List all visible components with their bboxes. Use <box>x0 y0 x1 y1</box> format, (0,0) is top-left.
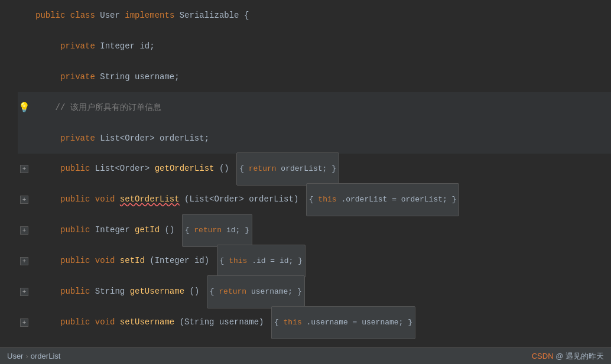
expand-box-9[interactable]: + <box>20 257 28 265</box>
token-class: class <box>70 11 95 20</box>
token-brace8: { <box>185 226 194 235</box>
token-list-order: List<Order> <box>95 164 155 173</box>
token-public8: public <box>60 225 90 235</box>
code-line-1: public class User implements Serializabl… <box>0 0 611 31</box>
collapsed-body-7: { this .orderList = orderList; } <box>306 183 460 216</box>
line-expand-9[interactable]: + <box>18 256 31 266</box>
token-integer-id: Integer id; <box>100 41 154 51</box>
token-brace11: { <box>274 318 284 327</box>
line-content-8: public Integer getId () { return id; } <box>31 214 611 247</box>
line-content-5: private List<Order> orderList; <box>31 123 611 154</box>
line-content-12: @Override <box>31 338 611 347</box>
breadcrumb: User › orderList <box>7 352 60 360</box>
token-this7: this <box>318 195 336 204</box>
token-getid: getId <box>135 225 160 235</box>
token-indent8 <box>35 225 56 235</box>
token-parens10: () <box>189 287 199 296</box>
line-expand-6[interactable]: + <box>18 164 31 174</box>
line-expand-4: 💡 <box>18 103 31 112</box>
token-public: public <box>35 11 65 20</box>
line-gutter-7 <box>0 184 18 215</box>
token-id8: id; } <box>226 226 249 235</box>
token-brace7: { <box>309 195 318 204</box>
collapsed-body-6: { return orderList; } <box>236 152 339 186</box>
code-line-5: private List<Order> orderList; <box>0 123 611 154</box>
token-orderlist6: orderList; } <box>281 164 336 173</box>
line-content-4: // 该用户所具有的订单信息 <box>31 92 611 123</box>
token-username10: username; } <box>251 287 302 296</box>
token-public9: public <box>60 256 90 265</box>
line-gutter-10 <box>0 277 18 307</box>
token-this11: this <box>284 318 302 327</box>
line-gutter-2 <box>0 31 18 61</box>
token-brace-open6: { <box>239 164 249 173</box>
line-gutter-1 <box>0 0 18 31</box>
expand-box-7[interactable]: + <box>20 196 28 204</box>
token-params9: (Integer id) <box>150 256 209 265</box>
line-content-3: private String username; <box>31 61 611 92</box>
code-area: public class User implements Serializabl… <box>0 0 611 347</box>
token-indent2 <box>35 72 56 82</box>
token-getusername: getUsername <box>130 287 184 296</box>
line-expand-5 <box>18 134 31 143</box>
code-line-7: + public void setOrderList (List<Order> … <box>0 184 611 215</box>
expand-box-10[interactable]: + <box>20 288 28 296</box>
token-string10: String <box>95 287 130 296</box>
line-gutter-6 <box>0 154 18 184</box>
code-line-10: + public String getUsername () { return … <box>0 277 611 307</box>
line-content-9: public void setId (Integer id) { this .i… <box>31 245 611 278</box>
token-indent9 <box>35 256 56 265</box>
token-setusername: setUsername <box>120 317 174 327</box>
token-indent7 <box>35 194 56 204</box>
code-line-11: + public void setUsername (String userna… <box>0 307 611 338</box>
token-serializable: Serializable { <box>180 11 249 20</box>
token-comment: // 该用户所具有的订单信息 <box>35 103 161 112</box>
token-getorderlist: getOrderList <box>155 164 214 173</box>
token-params7: (List<Order> orderList) <box>184 194 298 204</box>
token-implements: implements <box>125 11 174 20</box>
line-gutter-4 <box>0 92 18 123</box>
token-return6: return <box>249 164 277 173</box>
line-gutter-12 <box>0 338 18 347</box>
collapsed-body-8: { return id; } <box>182 214 252 247</box>
token-indent11 <box>35 317 56 327</box>
token-integer8: Integer <box>95 225 135 235</box>
token-indent4 <box>35 164 56 173</box>
line-content-11: public void setUsername (String username… <box>31 306 611 339</box>
token-return10: return <box>219 287 246 296</box>
token-params11: (String username) <box>180 317 264 327</box>
status-at: @ <box>555 352 563 360</box>
expand-box-6[interactable]: + <box>20 165 28 173</box>
line-gutter-5 <box>0 123 18 154</box>
line-gutter-9 <box>0 246 18 277</box>
expand-box-8[interactable]: + <box>20 226 28 235</box>
token-indent10 <box>35 287 56 296</box>
code-line-12: @Override <box>0 338 611 347</box>
token-dot7: .orderList = orderList; } <box>341 195 456 204</box>
line-expand-2 <box>18 41 31 51</box>
token-public10: public <box>60 287 90 296</box>
token-parens8: () <box>164 225 174 235</box>
status-right: CSDN @ 遇见的昨天 <box>532 351 604 362</box>
line-expand-8[interactable]: + <box>18 226 31 235</box>
line-expand-10[interactable]: + <box>18 287 31 297</box>
token-void9: void <box>95 256 115 265</box>
collapsed-body-11: { this .username = username; } <box>271 306 415 339</box>
code-line-2: private Integer id; <box>0 31 611 61</box>
line-content-6: public List<Order> getOrderList () { ret… <box>31 152 611 186</box>
collapsed-body-10: { return username; } <box>207 275 305 308</box>
token-brace10: { <box>210 287 219 296</box>
line-content-1: public class User implements Serializabl… <box>31 0 611 31</box>
token-dot11: .username = username; } <box>307 318 412 327</box>
expand-box-11[interactable]: + <box>20 318 28 327</box>
token-return8: return <box>194 226 222 235</box>
line-gutter-11 <box>0 307 18 338</box>
breadcrumb-orderlist: orderList <box>31 352 61 360</box>
token-private2: private <box>60 72 95 82</box>
status-bar: User › orderList CSDN @ 遇见的昨天 <box>0 347 611 364</box>
line-expand-7[interactable]: + <box>18 195 31 204</box>
breadcrumb-separator: › <box>25 352 28 360</box>
line-expand-11[interactable]: + <box>18 318 31 327</box>
token-setid: setId <box>120 256 145 265</box>
token-dot9: .id = id; } <box>252 256 303 265</box>
